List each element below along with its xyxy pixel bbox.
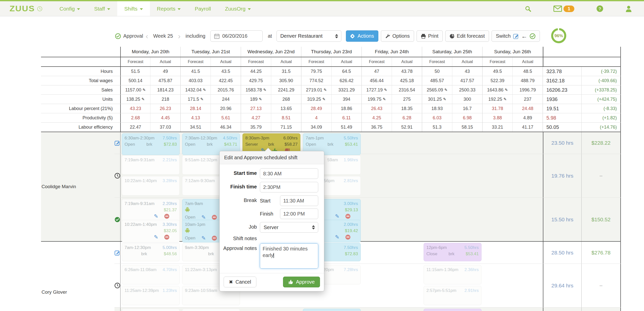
cancel-button[interactable]: ✖ Cancel	[224, 277, 256, 287]
break-finish-input[interactable]: 12:00 PM	[280, 209, 318, 219]
shift-block[interactable]: 7:19am-9:31am2.20hrs$21.37✎	[122, 199, 180, 222]
wrench-icon	[385, 34, 390, 39]
stat-value: 5.61	[221, 115, 230, 121]
stat-value: 138.25	[126, 97, 140, 102]
approval-notes-textarea[interactable]: Finished 30 minutes early	[260, 243, 318, 269]
nav-item-config[interactable]: Config	[53, 1, 87, 16]
pencil-icon[interactable]: ✎	[335, 213, 339, 219]
stat-cell: 26.23	[150, 104, 181, 113]
actions-button[interactable]: Actions	[346, 30, 378, 42]
stat-value: 71.15	[280, 125, 292, 130]
stat-cell[interactable]: 319.25✎	[301, 95, 332, 104]
shift-block[interactable]: 7:19am-9:31am2.21hrs	[122, 155, 180, 175]
schedule-band: 7am-12:30pm5.00hrsbrk$48.569am-3:30pmbrk…	[114, 242, 621, 264]
band-check-circle-icon[interactable]	[114, 307, 120, 311]
stat-cell[interactable]: 199.75✎	[362, 95, 392, 104]
pencil-icon[interactable]: ✎	[154, 234, 158, 240]
nav-item-reports[interactable]: Reports	[150, 1, 188, 16]
band-pencil-square-icon[interactable]	[114, 242, 120, 264]
remove-icon[interactable]	[345, 214, 350, 219]
switch-mode-button[interactable]: Switch ←	[492, 30, 540, 42]
shift-block-line: 12pm-6pm5.50hrs	[426, 244, 479, 251]
stat-cell[interactable]: 1432.04✎	[181, 85, 211, 94]
stat-cell: 1814.23	[150, 85, 181, 94]
pie-chart-icon	[450, 34, 455, 39]
stat-cell[interactable]: 189✎	[241, 95, 271, 104]
stat-cell: 626.42	[332, 76, 362, 85]
help-icon[interactable]: ?	[596, 5, 603, 12]
band-pencil-square-icon[interactable]	[114, 132, 120, 154]
stat-cell[interactable]: 301.25✎	[422, 95, 452, 104]
nav-item-payroll[interactable]: Payroll	[188, 1, 218, 16]
location-select[interactable]: Denver Restaurant	[276, 30, 341, 42]
shift-time-label: 11:15am-1:36pm	[426, 267, 458, 273]
shift-block[interactable]: 6:26am-11:08am4.70hrs	[122, 265, 180, 284]
stat-row: Units138.25✎218171.5✎244189✎268319.25✎39…	[41, 95, 621, 104]
stat-diff: (+14.76)	[582, 123, 621, 132]
options-button[interactable]: Options	[381, 30, 414, 42]
shift-block[interactable]: 11:15am-1:36pm2.36hrs	[424, 265, 481, 284]
band-clock-icon[interactable]	[114, 154, 120, 197]
shift-block[interactable]: 11am-2pm3.00hrs	[424, 309, 481, 311]
prev-week-button[interactable]: ‹	[146, 34, 148, 39]
finish-time-input[interactable]: 2:30PM	[260, 182, 318, 192]
employee-name: Cory Glover	[41, 242, 114, 311]
stat-cell: 22.47	[120, 123, 150, 132]
stat-cell: 4.89	[513, 113, 543, 122]
remove-icon[interactable]	[212, 236, 217, 241]
remove-icon[interactable]	[212, 215, 217, 220]
start-time-input[interactable]: 8:30 AM	[260, 168, 318, 179]
messages-button[interactable]: 1	[553, 6, 574, 12]
stat-value: 44.25	[250, 69, 262, 74]
remove-icon[interactable]	[345, 235, 350, 240]
shift-time-label: 20pm	[323, 267, 334, 273]
shift-time-label: Server	[245, 141, 258, 147]
print-button[interactable]: Print	[417, 30, 443, 42]
shift-block[interactable]: 12pm-6pm5.50hrsClosebrk$53.41	[424, 243, 481, 261]
stat-cell[interactable]: 2565.09✎	[422, 85, 452, 94]
next-week-button[interactable]: ›	[178, 34, 181, 39]
shift-block[interactable]: 1pm-8pm7.00hrs$67.08	[303, 309, 361, 311]
band-cost-total: $276.78	[582, 242, 621, 264]
stat-cell: 522.39	[482, 76, 513, 85]
job-select[interactable]: Server	[260, 222, 318, 233]
stat-cell: 31.78	[482, 104, 513, 113]
stat-cell[interactable]: 1157.00✎	[120, 85, 150, 94]
approve-button[interactable]: Approve	[283, 277, 320, 287]
nav-item-zuusorg[interactable]: ZuusOrg	[218, 1, 258, 16]
nav-item-staff[interactable]: Staff	[87, 1, 117, 16]
shift-block[interactable]: 11:25am-12:39pm1.23hrs	[122, 286, 180, 305]
band-check-circle-icon[interactable]	[114, 198, 120, 241]
shift-block[interactable]: 9am-11am2.00hrs$19.42	[182, 309, 240, 311]
pencil-icon[interactable]: ✎	[202, 235, 206, 241]
band-clock-icon[interactable]	[114, 264, 120, 307]
pencil-icon[interactable]: ✎	[154, 213, 158, 219]
nav-item-shifts[interactable]: Shifts	[117, 1, 150, 16]
stat-cell[interactable]: 138.25✎	[120, 95, 150, 104]
pencil-icon[interactable]: ✎	[202, 214, 206, 220]
shift-block[interactable]: 10:22am-1:40pm3.30hrs$32.05✎	[122, 220, 180, 242]
stat-cell[interactable]: 1583.78✎	[241, 85, 271, 94]
stat-cell[interactable]: 1727.19✎	[362, 85, 392, 94]
remove-icon[interactable]	[164, 235, 169, 240]
shift-block[interactable]: 2:57pm-5:51pm2.91hrs	[424, 286, 481, 305]
shift-hours-value: 5.50hrs	[464, 244, 479, 251]
stat-cell[interactable]: 192.25✎	[482, 95, 513, 104]
brand[interactable]: ZUUS	[10, 1, 43, 16]
user-icon[interactable]	[625, 5, 632, 12]
stat-cell[interactable]: 171.5✎	[181, 95, 211, 104]
search-icon[interactable]	[525, 6, 531, 12]
shift-block[interactable]: 7am-12:30pm5.00hrsbrk$48.56	[122, 243, 180, 261]
stat-cell[interactable]: 2719.01✎	[301, 85, 332, 94]
shift-block[interactable]: 6:30am-2:30pm7.50hrsOpenbrk$72.83	[122, 133, 180, 155]
remove-icon[interactable]	[164, 214, 169, 219]
break-start-input[interactable]: 11:30 AM	[280, 195, 318, 206]
stat-value: 41.5	[191, 69, 200, 74]
stat-cell[interactable]: 1643.86✎	[482, 85, 513, 94]
stat-value: 22.47	[130, 125, 141, 130]
shift-block[interactable]: 11am-1pm2.00hrs$19.42	[122, 309, 180, 311]
edit-forecast-button[interactable]: Edit forecast	[445, 30, 489, 42]
shift-block[interactable]: 10:22am-1:40pm3.28hrs	[122, 176, 180, 195]
date-input[interactable]: 06/20/2016	[210, 30, 263, 42]
pencil-icon[interactable]: ✎	[335, 234, 339, 240]
